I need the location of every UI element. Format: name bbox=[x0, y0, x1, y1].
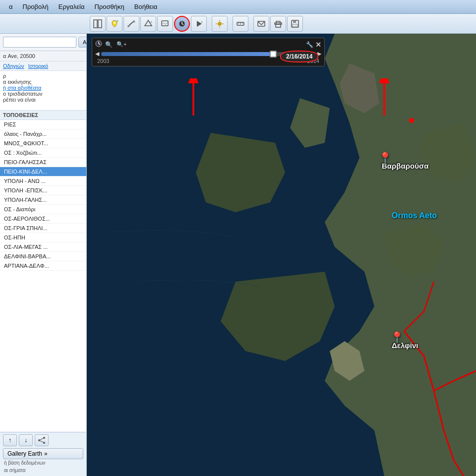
share-button[interactable] bbox=[35, 434, 49, 446]
svg-point-31 bbox=[38, 439, 40, 441]
svg-rect-29 bbox=[293, 20, 296, 23]
timeline-zoom-out[interactable]: 🔍 bbox=[105, 41, 113, 48]
search-button[interactable]: Αναζήτηση bbox=[78, 37, 87, 48]
add-placemark-button[interactable]: + bbox=[107, 16, 122, 32]
gallery-earth-label: Gallery Earth bbox=[7, 450, 42, 457]
list-item[interactable]: ΟΣ-ΗΠΗ bbox=[0, 233, 86, 242]
list-item[interactable]: ΥΠΟΛΗ - ΑΝΩ ... bbox=[0, 177, 86, 186]
sights-link[interactable]: ή στα αξιοθέατα bbox=[3, 85, 83, 91]
save-image-button[interactable] bbox=[287, 16, 303, 32]
play-tour-button[interactable]: + bbox=[191, 16, 207, 32]
svg-text:+: + bbox=[150, 20, 152, 24]
email-button[interactable] bbox=[253, 16, 269, 32]
draw-path-button[interactable]: + bbox=[123, 16, 139, 32]
pin-delfini[interactable]: 📍 bbox=[390, 331, 404, 344]
menu-bar: α Προβολή Εργαλεία Προσθήκη Βοήθεια bbox=[0, 0, 476, 14]
svg-text:+: + bbox=[201, 20, 203, 24]
list-item[interactable]: ΟΣ-ΑΕΡΟΛΙΘΟΣ... bbox=[0, 214, 86, 224]
menu-add[interactable]: Προσθήκη bbox=[90, 2, 129, 11]
list-item[interactable]: όλαος - Πανάχρ... bbox=[0, 129, 86, 139]
pin-varvarousa[interactable]: 📍 bbox=[378, 152, 392, 165]
timeline-settings-icon[interactable]: 🔧 bbox=[306, 41, 313, 48]
svg-text:+: + bbox=[133, 20, 135, 24]
svg-point-16 bbox=[218, 22, 222, 26]
footer-text-2: αι σήματα bbox=[3, 467, 83, 474]
list-item[interactable]: ΠΕΙΟ-ΓΑΛΗΣΣΑΣ bbox=[0, 158, 86, 167]
nav-links: Οδηγιών Ιστορικό bbox=[0, 61, 86, 71]
toolbar: + + + + + bbox=[0, 14, 476, 34]
timeline-prev-button[interactable]: ◀ bbox=[95, 51, 99, 57]
map-area[interactable]: 🔍 🔍+ 🔧 ✕ ◀ ▶ 2003 2014 2/16/2014 bbox=[87, 34, 476, 476]
add-polygon-button[interactable]: + bbox=[140, 16, 156, 32]
gallery-arrow-icon: » bbox=[44, 450, 48, 457]
sun-button[interactable] bbox=[212, 16, 228, 32]
move-down-button[interactable]: ↓ bbox=[19, 434, 33, 446]
svg-rect-26 bbox=[276, 24, 281, 27]
svg-text:+: + bbox=[167, 20, 169, 23]
time-animation-button[interactable] bbox=[174, 16, 190, 32]
list-item[interactable]: ΡΙΕΣ bbox=[0, 120, 86, 129]
list-item[interactable]: ΑΡΤΙΑΝΑ-ΔΕΛΦ... bbox=[0, 261, 86, 271]
directions-link[interactable]: Οδηγιών bbox=[3, 63, 24, 69]
list-item[interactable]: ΥΠΟΛΗ -ΕΠΙΣΚ... bbox=[0, 186, 86, 195]
list-item[interactable]: ΠΕΙΟ-ΚΙΝΙ-ΔΕΛ... bbox=[0, 167, 86, 177]
svg-point-33 bbox=[43, 442, 45, 444]
list-item[interactable]: ΔΕΛΦΙΝΙ-ΒΑΡΒΑ... bbox=[0, 252, 86, 261]
footer-buttons: ↑ ↓ bbox=[3, 434, 83, 446]
list-item[interactable]: ΟΣ-ΓΡΙΑ ΣΠΗΛΙ... bbox=[0, 224, 86, 233]
svg-text:+: + bbox=[117, 19, 119, 23]
timeline-start-year: 2003 bbox=[97, 58, 109, 64]
add-overlay-button[interactable]: + bbox=[157, 16, 173, 32]
timeline-zoom-in[interactable]: 🔍+ bbox=[117, 41, 126, 48]
date-badge-container: 2/16/2014 bbox=[280, 51, 318, 62]
svg-rect-1 bbox=[98, 20, 102, 28]
sidebar-list: ΡΙΕΣόλαος - Πανάχρ...ΜΝΟΣ_ΦΩΚΙΟΤ...ΟΣ : … bbox=[0, 120, 86, 432]
description-area: ρ α εκκίνησης ή στα αξιοθέατα ο τρισδιάσ… bbox=[0, 71, 86, 111]
sidebar-footer: ↑ ↓ Gallery Earth » ή βάση δεδομένων αι … bbox=[0, 432, 86, 476]
history-link[interactable]: Ιστορικό bbox=[28, 63, 48, 69]
gallery-earth-button[interactable]: Gallery Earth » bbox=[3, 448, 83, 459]
svg-line-34 bbox=[40, 438, 43, 440]
move-up-button[interactable]: ↑ bbox=[3, 434, 17, 446]
timeline-thumb[interactable] bbox=[270, 51, 277, 58]
sidebar: Αναζήτηση α Ave, 20500 Οδηγιών Ιστορικό … bbox=[0, 34, 87, 476]
timeline-close-button[interactable]: ✕ bbox=[315, 41, 321, 49]
list-item[interactable]: ΟΣ : Χοζβιώτι... bbox=[0, 148, 86, 158]
main-container: Αναζήτηση α Ave, 20500 Οδηγιών Ιστορικό … bbox=[0, 34, 476, 476]
date-badge: 2/16/2014 bbox=[280, 51, 318, 62]
list-item[interactable]: ΟΣ - Διαπόρι bbox=[0, 205, 86, 214]
menu-help[interactable]: Βοήθεια bbox=[129, 2, 163, 11]
menu-tools[interactable]: Εργαλεία bbox=[54, 2, 90, 11]
svg-line-35 bbox=[40, 441, 43, 442]
timeline-clock-icon bbox=[95, 40, 102, 49]
timeline-top-row: 🔍 🔍+ 🔧 ✕ bbox=[95, 40, 321, 49]
list-item[interactable]: ΜΝΟΣ_ΦΩΚΙΟΤ... bbox=[0, 139, 86, 148]
menu-view[interactable]: Προβολή bbox=[18, 2, 54, 11]
split-view-button[interactable] bbox=[90, 16, 106, 32]
timeline-fill bbox=[101, 52, 277, 56]
print-button[interactable] bbox=[270, 16, 286, 32]
map-background bbox=[87, 34, 476, 476]
svg-rect-30 bbox=[293, 24, 298, 27]
search-input[interactable] bbox=[3, 37, 76, 48]
svg-rect-0 bbox=[94, 20, 97, 28]
footer-text-1: ή βάση δεδομένων bbox=[3, 459, 83, 467]
svg-point-4 bbox=[127, 25, 129, 27]
svg-point-2 bbox=[114, 22, 116, 24]
list-item[interactable]: ΟΣ-ΛΙΑ-ΜΕΓΑΣ ... bbox=[0, 242, 86, 252]
svg-point-32 bbox=[43, 437, 45, 439]
map-label-ormos: Ormos Aeto bbox=[392, 211, 437, 220]
menu-file[interactable]: α bbox=[4, 2, 18, 11]
address-line: α Ave, 20500 bbox=[0, 51, 86, 61]
search-box: Αναζήτηση bbox=[0, 34, 86, 51]
list-item[interactable]: ΥΠΟΛΗ-ΓΑΛΗΣ... bbox=[0, 195, 86, 205]
section-label: ΤΟΠΟΘΕΣΙΕΣ bbox=[0, 111, 86, 120]
ruler-button[interactable] bbox=[233, 16, 248, 32]
